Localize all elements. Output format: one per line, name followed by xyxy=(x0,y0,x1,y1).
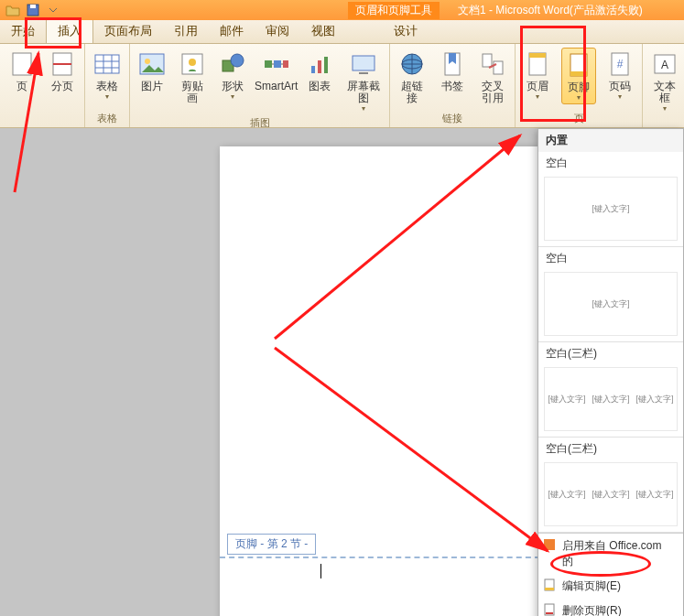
context-tab-title: 页眉和页脚工具 xyxy=(348,2,440,19)
group-label-illus: 插图 xyxy=(250,114,270,128)
svg-rect-22 xyxy=(353,56,375,70)
svg-point-13 xyxy=(189,59,196,66)
tab-view[interactable]: 视图 xyxy=(300,20,346,43)
gallery-preview: [键入文字] xyxy=(544,272,678,336)
chevron-down-icon: ▾ xyxy=(536,92,539,101)
gallery-item[interactable]: 空白(三栏) [键入文字][键入文字][键入文字] xyxy=(538,342,683,438)
svg-rect-19 xyxy=(311,66,315,73)
office-icon xyxy=(543,538,556,551)
svg-rect-28 xyxy=(494,61,503,74)
group-pages: 页 分页 xyxy=(0,44,85,128)
cover-button[interactable]: 页 xyxy=(5,48,38,94)
chevron-down-icon: ▾ xyxy=(618,92,622,101)
footer-gallery-dropdown: 内置 空白 [键入文字] 空白 [键入文字] 空白(三栏) [键入文字][键入文… xyxy=(537,128,684,616)
svg-text:#: # xyxy=(617,58,624,70)
group-label-hf: 页 xyxy=(574,110,584,128)
gallery-item[interactable]: 空白 [键入文字] xyxy=(538,247,683,342)
gallery-preview: [键入文字] xyxy=(544,177,678,241)
menu-edit-footer[interactable]: 编辑页脚(E) xyxy=(538,574,683,599)
svg-rect-40 xyxy=(545,588,554,590)
chevron-down-icon: ▾ xyxy=(105,92,109,101)
svg-rect-5 xyxy=(95,55,119,73)
svg-rect-27 xyxy=(483,54,492,67)
group-headerfooter: 页眉▾ 页脚▾ #页码▾ 页 xyxy=(516,44,643,128)
textbox-button[interactable]: A文本框▾ xyxy=(648,48,681,114)
picture-button[interactable]: 图片 xyxy=(136,48,168,94)
header-button[interactable]: 页眉▾ xyxy=(521,48,554,103)
group-table: 表格▾ 表格 xyxy=(85,44,130,128)
group-links: 超链接 书签 交叉引用 链接 xyxy=(390,44,516,128)
group-label-links: 链接 xyxy=(442,110,462,128)
chevron-down-icon: ▾ xyxy=(577,93,581,102)
ribbon-tabs: 开始 插入 页面布局 引用 邮件 审阅 视图 设计 xyxy=(0,20,684,44)
quick-access-toolbar xyxy=(0,3,66,17)
svg-text:A: A xyxy=(661,59,668,71)
text-cursor xyxy=(320,564,321,578)
svg-rect-20 xyxy=(318,60,321,73)
remove-icon xyxy=(543,603,556,616)
table-button[interactable]: 表格▾ xyxy=(91,48,124,103)
gallery-preview: [键入文字][键入文字][键入文字] xyxy=(544,462,678,526)
svg-point-11 xyxy=(145,59,150,64)
group-label-table: 表格 xyxy=(97,110,117,128)
pagenum-button[interactable]: #页码▾ xyxy=(603,48,636,103)
svg-rect-17 xyxy=(274,60,281,68)
crossref-button[interactable]: 交叉引用 xyxy=(476,48,509,106)
title-bar: 页眉和页脚工具 文档1 - Microsoft Word(产品激活失败) xyxy=(0,0,684,20)
screenshot-button[interactable]: 屏幕截图▾ xyxy=(343,48,384,114)
svg-rect-30 xyxy=(529,53,546,58)
footer-section-tag: 页脚 - 第 2 节 - xyxy=(227,534,316,555)
ribbon: 页 分页 表格▾ 表格 图片 剪贴画 形状▾ SmartArt 图表 屏幕截图▾… xyxy=(0,44,684,128)
group-illustrations: 图片 剪贴画 形状▾ SmartArt 图表 屏幕截图▾ 插图 xyxy=(130,44,390,128)
tab-mail[interactable]: 邮件 xyxy=(209,20,255,43)
gallery-preview: [键入文字][键入文字][键入文字] xyxy=(544,367,678,431)
smartart-button[interactable]: SmartArt xyxy=(256,48,296,94)
group-text: A文本框▾ 文档 xyxy=(643,44,684,128)
tab-start[interactable]: 开始 xyxy=(0,20,46,43)
gallery-menu: 启用来自 Office.com 的 编辑页脚(E) 删除页脚(R) 将所选内容保… xyxy=(538,533,683,616)
page-footer-area: 页脚 - 第 2 节 - xyxy=(220,534,540,558)
gallery-item[interactable]: 空白(三栏) [键入文字][键入文字][键入文字] xyxy=(538,438,683,533)
shapes-button[interactable]: 形状▾ xyxy=(216,48,249,103)
gallery-section-builtin: 内置 xyxy=(538,129,683,152)
qat-dropdown-icon[interactable] xyxy=(46,3,60,17)
break-button[interactable]: 分页 xyxy=(46,48,79,94)
tab-layout[interactable]: 页面布局 xyxy=(93,20,163,43)
chevron-down-icon: ▾ xyxy=(663,104,667,113)
svg-rect-16 xyxy=(265,60,272,68)
document-page[interactable]: 页脚 - 第 2 节 - xyxy=(220,146,540,616)
tab-design[interactable]: 设计 xyxy=(383,20,429,43)
svg-rect-38 xyxy=(544,539,555,550)
edit-icon xyxy=(543,578,556,591)
footer-divider xyxy=(220,557,540,558)
tab-references[interactable]: 引用 xyxy=(163,20,209,43)
chart-button[interactable]: 图表 xyxy=(303,48,336,94)
footer-button[interactable]: 页脚▾ xyxy=(561,48,596,104)
svg-rect-2 xyxy=(13,53,31,75)
svg-rect-1 xyxy=(30,5,36,8)
svg-point-15 xyxy=(231,54,244,67)
tab-review[interactable]: 审阅 xyxy=(255,20,300,43)
gallery-item[interactable]: 空白 [键入文字] xyxy=(538,152,683,247)
svg-rect-23 xyxy=(359,72,368,74)
save-icon[interactable] xyxy=(26,3,40,17)
svg-rect-32 xyxy=(570,71,587,76)
open-icon[interactable] xyxy=(5,3,20,17)
menu-office-more[interactable]: 启用来自 Office.com 的 xyxy=(538,534,683,574)
clipart-button[interactable]: 剪贴画 xyxy=(176,48,209,106)
chevron-down-icon: ▾ xyxy=(362,104,365,113)
hyperlink-button[interactable]: 超链接 xyxy=(396,48,429,106)
bookmark-button[interactable]: 书签 xyxy=(436,48,469,94)
menu-remove-footer[interactable]: 删除页脚(R) xyxy=(538,599,683,616)
svg-rect-18 xyxy=(283,60,288,68)
document-title: 文档1 - Microsoft Word(产品激活失败) xyxy=(458,3,643,18)
chevron-down-icon: ▾ xyxy=(231,92,234,101)
tab-insert[interactable]: 插入 xyxy=(46,20,93,43)
svg-rect-21 xyxy=(324,57,328,73)
